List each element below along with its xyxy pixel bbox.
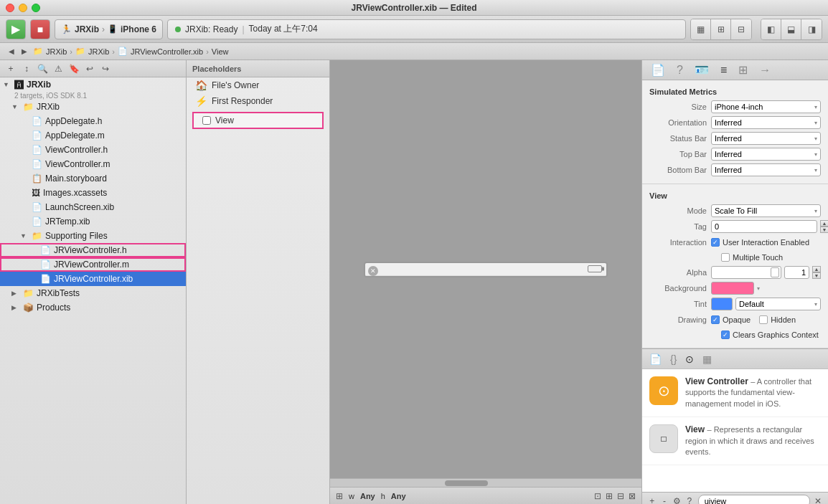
settings-btn[interactable]: ⚙	[673, 495, 681, 505]
next-btn[interactable]: ↪	[99, 62, 112, 75]
background-control: ▾	[711, 282, 821, 295]
background-color-swatch[interactable]	[711, 282, 754, 295]
canvas-nav-3[interactable]: ⊟	[617, 491, 624, 501]
user-interaction-checkbox[interactable]: ✓	[711, 238, 720, 247]
sidebar-item-viewcontroller-h[interactable]: 📄 ViewController.h	[0, 143, 186, 157]
clears-graphics-checkbox[interactable]: ✓	[721, 331, 730, 339]
tag-increment[interactable]: ▲	[820, 220, 828, 227]
horizontal-scrollbar[interactable]	[330, 478, 641, 487]
files-owner-item[interactable]: 🏠 File's Owner	[187, 77, 329, 93]
breadcrumb-back[interactable]: ◀	[6, 46, 17, 57]
view-checkbox[interactable]	[202, 116, 211, 125]
sidebar-item-jrviewcontroller-h[interactable]: 📄 JRViewController.h	[0, 243, 186, 257]
tag-field[interactable]	[711, 220, 817, 233]
mockup-close-btn[interactable]: ✕	[368, 266, 378, 276]
sidebar-item-supporting-files[interactable]: ▼ 📁 Supporting Files	[0, 229, 186, 243]
project-root[interactable]: ▼ 🅰 JRXib	[0, 77, 186, 92]
sidebar-item-viewcontroller-m[interactable]: 📄 ViewController.m	[0, 157, 186, 171]
size-select[interactable]: iPhone 4-inch ▾	[711, 100, 821, 113]
obj-lib-tab-file[interactable]: 📄	[648, 352, 663, 366]
sidebar-item-jrxibtests[interactable]: ▶ 📁 JRXibTests	[0, 286, 186, 300]
multiple-touch-checkbox[interactable]	[721, 253, 730, 262]
breadcrumb-item-4[interactable]: View	[212, 47, 229, 56]
canvas-content[interactable]: ✕	[330, 60, 641, 478]
sidebar-item-jrviewcontroller-xib[interactable]: 📄 JRViewController.xib	[0, 272, 186, 286]
sidebar-item-appdelegate-m[interactable]: 📄 AppDelegate.m	[0, 128, 186, 143]
view-item[interactable]: View	[192, 112, 324, 129]
run-button[interactable]: ▶	[6, 19, 26, 39]
obj-lib-viewcontroller-item[interactable]: ⊙ View Controller – A controller that su…	[642, 369, 828, 417]
breadcrumb-item-3[interactable]: 📄 JRViewController.xib	[118, 47, 203, 56]
breadcrumb-item-1[interactable]: 📁 JRXib	[33, 47, 67, 56]
tint-select[interactable]: Default ▾	[735, 298, 821, 310]
tab-file[interactable]: 📄	[648, 60, 668, 80]
tab-identity[interactable]: 🪪	[692, 60, 712, 80]
alpha-slider[interactable]	[711, 266, 781, 279]
scrollbar-thumb[interactable]	[445, 480, 488, 486]
sidebar-item-images-xcassets[interactable]: 🖼 Images.xcassets	[0, 186, 186, 200]
filter-input[interactable]	[698, 495, 810, 505]
editor-version-btn[interactable]: ⊟	[731, 19, 751, 39]
panel-toggle-group: ◧ ⬓ ◨	[761, 19, 822, 40]
warning-btn[interactable]: ⚠	[52, 62, 65, 75]
search-clear-btn[interactable]: ✕	[814, 495, 822, 505]
topbar-select[interactable]: Inferred ▾	[711, 148, 821, 161]
tint-color-swatch[interactable]	[711, 298, 733, 310]
obj-lib-tab-objects[interactable]: ⊙	[684, 352, 695, 366]
tab-connections[interactable]: →	[756, 61, 773, 80]
add-file-btn[interactable]: +	[4, 62, 17, 75]
orientation-select[interactable]: Inferred ▾	[711, 116, 821, 129]
alpha-increment[interactable]: ▲	[812, 266, 821, 272]
hidden-checkbox[interactable]	[759, 315, 768, 324]
tab-quick-help[interactable]: ?	[674, 61, 686, 80]
sidebar-item-products[interactable]: ▶ 📦 Products	[0, 300, 186, 315]
window-controls[interactable]	[6, 4, 40, 12]
breadcrumb-item-2[interactable]: 📁 JRXib	[75, 47, 109, 56]
history-btn[interactable]: ↩	[83, 62, 96, 75]
minimize-button[interactable]	[19, 4, 27, 12]
maximize-button[interactable]	[32, 4, 40, 12]
editor-standard-btn[interactable]: ▦	[691, 19, 711, 39]
obj-lib-tab-code[interactable]: {}	[669, 352, 678, 366]
scheme-selector[interactable]: 🏃 JRXib › 📱 iPhone 6	[55, 19, 163, 39]
right-panel-btn[interactable]: ◨	[801, 19, 822, 39]
canvas-nav-2[interactable]: ⊞	[606, 491, 613, 501]
sidebar-item-jrxib-group[interactable]: ▼ 📁 JRXib	[0, 100, 186, 114]
tag-decrement[interactable]: ▼	[820, 227, 828, 233]
sidebar-toolbar: + ↕ 🔍 ⚠ 🔖 ↩ ↪	[0, 60, 186, 77]
bottom-panel-btn[interactable]: ⬓	[781, 19, 801, 39]
sidebar-item-launchscreen-xib[interactable]: 📄 LaunchScreen.xib	[0, 200, 186, 214]
editor-assistant-btn[interactable]: ⊞	[711, 19, 731, 39]
obj-lib-tab-media[interactable]: ▦	[701, 352, 713, 366]
sidebar-item-jrtemp-xib[interactable]: 📄 JRTemp.xib	[0, 214, 186, 229]
add-btn[interactable]: +	[648, 495, 656, 505]
bottombar-select[interactable]: Inferred ▾	[711, 163, 821, 176]
alpha-decrement[interactable]: ▼	[812, 272, 821, 279]
canvas-nav-1[interactable]: ⊡	[594, 491, 601, 501]
first-responder-item[interactable]: ⚡ First Responder	[187, 93, 329, 109]
minus-btn[interactable]: -	[660, 495, 668, 505]
tab-size[interactable]: ⊞	[735, 60, 751, 80]
close-button[interactable]	[6, 4, 14, 12]
expand-icon: ▼	[3, 81, 11, 88]
left-panel-btn[interactable]: ◧	[761, 19, 781, 39]
alpha-field[interactable]	[784, 266, 809, 279]
mode-select[interactable]: Scale To Fill ▾	[711, 204, 821, 217]
statusbar-select[interactable]: Inferred ▾	[711, 132, 821, 145]
bookmark-btn[interactable]: 🔖	[67, 62, 80, 75]
sidebar-item-jrviewcontroller-m[interactable]: 📄 JRViewController.m	[0, 257, 186, 272]
canvas-nav-4[interactable]: ⊠	[629, 491, 636, 501]
sidebar-item-appdelegate-h[interactable]: 📄 AppDelegate.h	[0, 114, 186, 128]
statusbar-value: Inferred	[715, 134, 742, 143]
sidebar-item-main-storyboard[interactable]: 📋 Main.storyboard	[0, 171, 186, 186]
tab-attributes[interactable]: ≡	[718, 61, 730, 80]
breadcrumb-forward[interactable]: ▶	[19, 46, 30, 57]
obj-lib-view-item[interactable]: □ View – Represents a rectangular region…	[642, 417, 828, 465]
filter-btn[interactable]: 🔍	[36, 62, 49, 75]
canvas-zoom-btn[interactable]: ⊞	[336, 491, 343, 501]
opaque-checkbox[interactable]: ✓	[711, 315, 720, 324]
battery-icon	[588, 265, 602, 272]
stop-button[interactable]: ■	[30, 19, 50, 39]
sort-btn[interactable]: ↕	[20, 62, 33, 75]
help-btn[interactable]: ?	[685, 495, 693, 505]
